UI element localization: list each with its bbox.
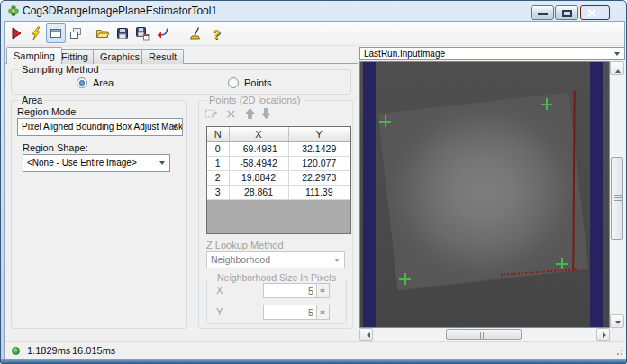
resize-grip[interactable] <box>614 347 623 356</box>
pointer-tool-icon <box>189 26 204 41</box>
x-size-label: X <box>216 285 223 296</box>
status-ok-icon <box>12 347 20 355</box>
table-cell: 19.8842 <box>229 170 288 185</box>
float-window-icon <box>49 26 63 41</box>
y-size-spinner: 5 <box>263 305 330 320</box>
range-image-left-band <box>363 62 376 327</box>
table-cell: 28.861 <box>229 185 288 199</box>
thumb-grip <box>614 195 622 202</box>
maximize-button[interactable] <box>555 5 578 20</box>
horizontal-scrollbar[interactable] <box>359 328 610 341</box>
point-marker-0 <box>379 115 391 127</box>
neighborhood-size-group: Neighborhood Size In Pixels X 5 Y 5 <box>206 278 347 324</box>
spin-down-icon <box>320 289 325 296</box>
horizontal-scroll-thumb[interactable] <box>446 329 522 340</box>
table-cell: 111.39 <box>288 185 350 199</box>
z-lookup-value: Neighborhood <box>211 254 270 265</box>
points-table: NXY 0-69.498132.14291-58.4942120.077219.… <box>206 126 351 234</box>
points-radio[interactable] <box>228 77 239 88</box>
region-mode-combo[interactable]: Pixel Aligned Bounding Box Adjust Mask <box>17 118 183 136</box>
float-window-button[interactable] <box>46 23 66 43</box>
run-icon <box>9 26 23 41</box>
points-group-label: Points (2D locations) <box>206 95 304 106</box>
table-cell: 120.077 <box>288 156 350 170</box>
sampling-method-group: Sampling Method Area Points <box>11 69 351 95</box>
window-title: Cog3DRangeImagePlaneEstimatorTool1 <box>23 5 217 17</box>
close-button[interactable] <box>580 5 610 20</box>
electric-run-button[interactable] <box>26 23 46 43</box>
triangle-right-icon <box>603 332 609 338</box>
table-cell: -58.4942 <box>229 156 288 170</box>
area-group: Area Region Mode Pixel Aligned Bounding … <box>11 100 187 329</box>
triangle-left-icon <box>364 332 370 338</box>
triangle-down-icon <box>615 321 621 327</box>
region-shape-label: Region Shape: <box>23 142 88 153</box>
vertical-scroll-thumb[interactable] <box>611 157 623 240</box>
region-shape-value: <None - Use Entire Image> <box>27 158 137 168</box>
delete-point-icon <box>225 108 237 120</box>
scroll-left-button[interactable] <box>359 328 373 341</box>
spinner-buttons <box>316 284 329 297</box>
image-selector-combo[interactable]: LastRun.InputImage <box>359 47 625 60</box>
table-row: 328.861111.39 <box>207 185 350 199</box>
triangle-up-icon <box>615 67 621 73</box>
window-frame-bottom <box>1 359 626 363</box>
area-radio-label: Area <box>93 77 114 88</box>
probe-tool-button[interactable] <box>186 23 206 43</box>
z-lookup-label: Z Lookup Method <box>206 240 284 250</box>
help-button[interactable]: ? <box>206 23 226 43</box>
table-row: 219.884222.2973 <box>207 170 350 185</box>
table-cell: 1 <box>207 156 229 170</box>
thumb-grip <box>480 332 487 339</box>
main-toolbar: ? <box>5 22 624 46</box>
run-button[interactable] <box>6 23 26 43</box>
points-group: Points (2D locations) <box>198 100 353 329</box>
save-as-icon <box>135 26 150 41</box>
table-header-row: NXY <box>207 127 350 141</box>
region-shape-combo[interactable]: <None - Use Entire Image> <box>23 154 170 172</box>
move-down-icon <box>260 107 272 120</box>
lightning-icon <box>29 26 43 41</box>
title-bar[interactable]: Cog3DRangeImagePlaneEstimatorTool1 <box>1 1 626 21</box>
tab-result[interactable]: Result <box>141 49 184 64</box>
add-point-icon <box>204 107 218 121</box>
points-table-body: 0-69.498132.14291-58.4942120.077219.8842… <box>207 141 350 199</box>
sampling-tab-page: Sampling Method Area Points Area Region … <box>5 64 358 341</box>
move-up-icon <box>244 107 256 120</box>
total-time: 16.015ms <box>72 345 115 356</box>
table-cell: -69.4981 <box>229 141 288 156</box>
image-selector-value: LastRun.InputImage <box>364 49 445 59</box>
y-size-label: Y <box>216 306 223 317</box>
tab-strip: Sampling Fitting Graphics Result <box>5 47 358 64</box>
table-cell: 0 <box>207 141 229 156</box>
z-lookup-combo: Neighborhood <box>206 251 345 268</box>
save-button[interactable] <box>113 23 132 43</box>
x-size-spinner: 5 <box>263 283 330 298</box>
table-cell: 22.2973 <box>288 170 350 185</box>
stack-windows-icon <box>68 26 83 41</box>
vertical-scrollbar[interactable] <box>610 61 624 328</box>
scroll-right-button[interactable] <box>596 328 610 341</box>
save-as-button[interactable] <box>132 23 152 43</box>
table-row: 0-69.498132.1429 <box>207 141 350 156</box>
chevron-down-icon <box>159 161 165 168</box>
import-reset-icon <box>155 26 169 41</box>
app-icon <box>7 5 20 17</box>
minimize-button[interactable] <box>531 5 554 20</box>
points-radio-label: Points <box>244 77 272 88</box>
open-file-button[interactable] <box>93 23 113 43</box>
chevron-down-icon <box>334 259 340 265</box>
stack-windows-button[interactable] <box>66 23 86 43</box>
tab-graphics[interactable]: Graphics <box>93 49 147 64</box>
table-cell: 32.1429 <box>288 141 350 156</box>
scroll-down-button[interactable] <box>610 314 624 328</box>
area-radio[interactable] <box>77 77 87 88</box>
import-button[interactable] <box>152 23 172 43</box>
spin-down-icon <box>320 311 325 317</box>
image-viewport[interactable] <box>359 61 610 328</box>
table-header-cell: N <box>207 127 229 141</box>
table-cell: 2 <box>207 170 229 185</box>
table-header-cell: Y <box>288 127 350 141</box>
tab-sampling[interactable]: Sampling <box>6 47 62 64</box>
scroll-up-button[interactable] <box>610 61 624 75</box>
